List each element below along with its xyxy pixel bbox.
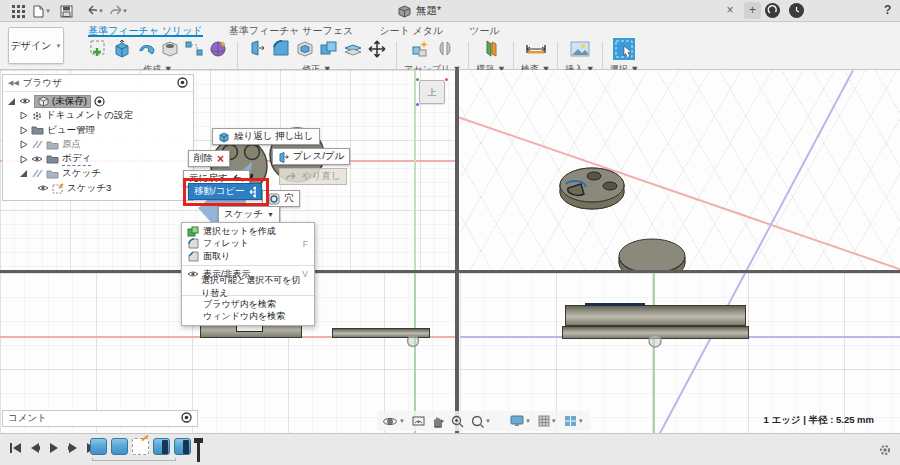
construction-plane-icon[interactable] [479, 38, 503, 60]
job-status-clock-icon[interactable] [789, 3, 804, 18]
hidden-eye-icon[interactable] [31, 140, 43, 149]
sketch-submenu-button[interactable]: スケッチ ▼ [218, 206, 280, 223]
step-forward-button[interactable] [68, 442, 78, 454]
tab-close-icon[interactable]: × [722, 2, 738, 18]
model-iso-view[interactable] [460, 70, 900, 270]
panel-handle-icon[interactable] [181, 412, 192, 425]
display-settings-icon[interactable]: ▼ [510, 415, 531, 427]
selection-set-icon [187, 226, 199, 237]
extrude-icon[interactable] [110, 38, 134, 60]
pan-hand-icon[interactable] [432, 415, 444, 428]
pattern-icon[interactable] [182, 38, 206, 60]
create-form-icon[interactable] [206, 38, 230, 60]
collapsed-arrow-icon[interactable] [19, 155, 28, 164]
menu-item-search-window[interactable]: ウィンドウ内を検索 [182, 311, 314, 324]
insert-image-icon[interactable] [568, 38, 592, 60]
menu-item-create-selection-set[interactable]: 選択セットを作成 [182, 225, 314, 238]
panel-handle-icon[interactable] [177, 77, 188, 90]
viewport-divider-vertical[interactable] [455, 70, 459, 433]
shell-icon[interactable] [293, 38, 317, 60]
redo-icon[interactable]: ▼ [110, 3, 128, 19]
comments-panel[interactable]: コメント [2, 410, 198, 427]
viewcube[interactable]: 上 [419, 80, 445, 104]
create-sketch-icon[interactable] [86, 38, 110, 60]
zoom-window-icon[interactable]: ▼ [471, 415, 491, 428]
design-caret-icon: ▼ [55, 43, 61, 49]
eye-icon[interactable] [19, 97, 31, 105]
expanded-arrow-icon[interactable] [19, 169, 28, 178]
tab-solid[interactable]: 基準フィーチャ ソリッド [88, 24, 203, 37]
help-icon[interactable]: ? [884, 3, 891, 17]
tab-surface[interactable]: 基準フィーチャ サーフェス [229, 24, 354, 37]
new-tab-button[interactable]: + [744, 2, 761, 19]
tree-row-origin[interactable]: 原点 [3, 138, 193, 153]
play-button[interactable] [49, 442, 59, 454]
select-icon[interactable] [612, 38, 636, 60]
tree-row-bodies[interactable]: ボディ [3, 152, 193, 167]
press-pull-button[interactable]: プレス/プル [272, 148, 350, 165]
save-icon[interactable] [57, 3, 75, 19]
hidden-eye-icon[interactable] [31, 169, 43, 178]
fillet-icon[interactable] [269, 38, 293, 60]
timeline-feature-extrude-2[interactable] [111, 438, 128, 455]
go-to-start-button[interactable] [10, 442, 21, 454]
split-body-icon[interactable] [341, 38, 365, 60]
viewcube-face-label[interactable]: 上 [428, 86, 437, 99]
move-icon[interactable] [365, 38, 389, 60]
app-grid-icon[interactable] [9, 3, 27, 19]
undo-icon[interactable]: ▼ [86, 3, 104, 19]
tab-tools[interactable]: ツール [469, 24, 499, 37]
look-at-icon[interactable] [412, 415, 425, 427]
collapsed-arrow-icon[interactable] [19, 111, 28, 120]
delete-button[interactable]: 削除 × [188, 150, 230, 167]
menu-item-toggle-selectable[interactable]: 選択可能と選択不可を切り替え [182, 280, 314, 293]
menu-item-chamfer[interactable]: 面取り [182, 250, 314, 263]
tab-sheet-metal[interactable]: シート メタル [379, 24, 443, 37]
grid-settings-icon[interactable]: ▼ [538, 415, 557, 427]
viewport-divider-horizontal[interactable] [0, 270, 900, 273]
repeat-extrude-button[interactable]: 繰り返し 押し出し [212, 128, 320, 145]
model-right-body1[interactable] [565, 305, 746, 326]
timeline-feature-sketch[interactable] [132, 438, 149, 455]
joint-icon[interactable] [433, 38, 457, 60]
panel-collapse-icon[interactable]: ◀◀ [8, 79, 19, 87]
tree-row-sketch3[interactable]: スケッチ3 [3, 181, 193, 196]
viewport-right[interactable] [460, 273, 900, 433]
revolve-icon[interactable] [134, 38, 158, 60]
document-tab[interactable]: 無題* [398, 0, 441, 22]
viewports-icon[interactable]: ▼ [564, 415, 584, 427]
selected-edge-right[interactable] [585, 303, 645, 306]
activate-radio-icon[interactable] [94, 96, 105, 107]
press-pull-icon[interactable] [245, 38, 269, 60]
new-component-icon[interactable] [409, 38, 433, 60]
extensions-icon[interactable] [765, 3, 780, 18]
tree-row-sketches[interactable]: スケッチ [3, 167, 193, 182]
menu-item-search-browser[interactable]: ブラウザ内を検索 [182, 298, 314, 311]
eye-icon[interactable] [31, 155, 43, 163]
eye-icon[interactable] [37, 184, 49, 192]
collapsed-arrow-icon[interactable] [19, 126, 28, 135]
orbit-icon[interactable]: ▼ [383, 415, 405, 428]
timeline-feature-extrude-1[interactable] [90, 438, 107, 455]
tree-row-document-settings[interactable]: ドキュメントの設定 [3, 109, 193, 124]
timeline-playhead[interactable] [197, 438, 200, 462]
collapsed-arrow-icon[interactable] [19, 140, 28, 149]
timeline-feature-extrude-3[interactable] [153, 438, 170, 455]
redo-button[interactable]: やり直し [279, 168, 347, 185]
measure-icon[interactable] [524, 38, 548, 60]
folder-icon [46, 154, 59, 164]
file-menu-icon[interactable]: ▼ [33, 3, 51, 19]
hole-icon[interactable] [158, 38, 182, 60]
tree-row-view-management[interactable]: ビュー管理 [3, 123, 193, 138]
design-workspace-selector[interactable]: デザイン ▼ [8, 27, 64, 64]
move-copy-button[interactable]: 移動/コピー [188, 183, 262, 200]
root-document-chip[interactable]: (未保存) [34, 95, 91, 108]
tree-row-root[interactable]: (未保存) [3, 94, 193, 109]
timeline-feature-extrude-4[interactable] [174, 438, 191, 455]
timeline-settings-gear-icon[interactable] [878, 443, 892, 459]
menu-item-fillet[interactable]: フィレット F [182, 238, 314, 251]
zoom-icon[interactable] [451, 415, 464, 428]
expanded-arrow-icon[interactable] [7, 97, 16, 106]
step-back-button[interactable] [30, 442, 40, 454]
combine-icon[interactable] [317, 38, 341, 60]
